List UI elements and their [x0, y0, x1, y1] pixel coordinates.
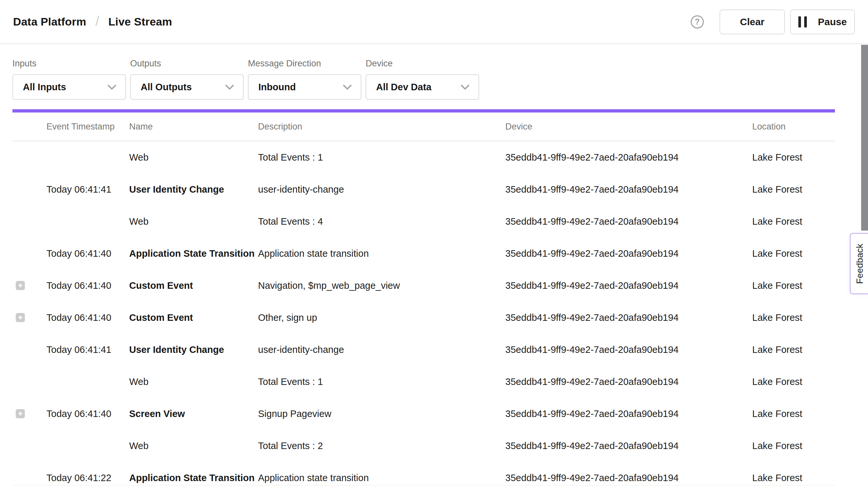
- event-description-cell: user-identity-change: [258, 184, 505, 195]
- event-timestamp-cell: Today 06:41:41: [46, 344, 129, 355]
- feedback-tab-label: Feedback: [855, 244, 865, 284]
- table-row[interactable]: + Today 06:41:41 User Identity Change us…: [12, 173, 835, 205]
- vertical-scrollbar[interactable]: [861, 45, 868, 231]
- expand-row-icon[interactable]: +: [16, 281, 25, 290]
- event-location-cell: Lake Forest: [752, 441, 835, 451]
- column-header-description: Description: [258, 122, 505, 132]
- breadcrumb-section: Data Platform: [13, 16, 86, 28]
- event-location-cell: Lake Forest: [752, 312, 835, 323]
- event-name-cell: Web: [129, 441, 258, 451]
- event-name-cell: Web: [129, 216, 258, 227]
- device-dropdown[interactable]: All Dev Data: [366, 74, 479, 100]
- outputs-dropdown-value: All Outputs: [141, 82, 192, 93]
- filter-device: Device All Dev Data: [366, 59, 479, 100]
- expand-cell: +: [12, 313, 46, 322]
- table-body: + Web Total Events : 1 35eddb41-9ff9-49e…: [12, 141, 835, 486]
- pause-button[interactable]: Pause: [790, 9, 855, 34]
- expand-cell: +: [12, 345, 46, 354]
- event-device-cell: 35eddb41-9ff9-49e2-7aed-20afa90eb194: [505, 280, 752, 291]
- chevron-down-icon: [342, 84, 352, 90]
- event-location-cell: Lake Forest: [752, 473, 835, 483]
- expand-cell: +: [12, 409, 46, 418]
- event-name-cell: Custom Event: [129, 312, 258, 323]
- device-dropdown-value: All Dev Data: [376, 82, 431, 93]
- expand-cell: +: [12, 441, 46, 450]
- event-timestamp-cell: Today 06:41:40: [46, 312, 129, 323]
- event-description-cell: Total Events : 1: [258, 376, 505, 387]
- expand-cell: +: [12, 281, 46, 290]
- event-location-cell: Lake Forest: [752, 184, 835, 195]
- column-header-device: Device: [505, 122, 752, 132]
- clear-button[interactable]: Clear: [719, 9, 785, 34]
- filter-bar: Inputs All Inputs Outputs All Outputs Me…: [0, 59, 868, 100]
- event-device-cell: 35eddb41-9ff9-49e2-7aed-20afa90eb194: [505, 441, 752, 451]
- expand-row-icon[interactable]: +: [16, 409, 25, 418]
- outputs-dropdown[interactable]: All Outputs: [130, 74, 244, 100]
- chevron-down-icon: [225, 84, 235, 90]
- header-actions: ? Clear Pause: [691, 9, 855, 34]
- table-row[interactable]: + Web Total Events : 1 35eddb41-9ff9-49e…: [12, 141, 835, 173]
- event-stream-table: Event Timestamp Name Description Device …: [12, 113, 835, 486]
- event-location-cell: Lake Forest: [752, 280, 835, 291]
- breadcrumb-separator-icon: /: [95, 13, 99, 29]
- event-name-cell: Application State Transition: [129, 473, 258, 483]
- event-name-cell: User Identity Change: [129, 344, 258, 355]
- event-timestamp-cell: Today 06:41:22: [46, 473, 129, 483]
- expand-cell: +: [12, 185, 46, 194]
- event-location-cell: Lake Forest: [752, 376, 835, 387]
- table-row[interactable]: + Today 06:41:22 Application State Trans…: [12, 462, 835, 486]
- filter-inputs-label: Inputs: [12, 59, 126, 69]
- event-device-cell: 35eddb41-9ff9-49e2-7aed-20afa90eb194: [505, 376, 752, 387]
- event-name-cell: User Identity Change: [129, 184, 258, 195]
- expand-cell: +: [12, 249, 46, 258]
- table-row[interactable]: + Web Total Events : 1 35eddb41-9ff9-49e…: [12, 366, 835, 398]
- filter-message-direction-label: Message Direction: [248, 59, 362, 69]
- event-description-cell: Total Events : 4: [258, 216, 505, 227]
- event-device-cell: 35eddb41-9ff9-49e2-7aed-20afa90eb194: [505, 152, 752, 163]
- filter-device-label: Device: [366, 59, 479, 69]
- event-timestamp-cell: Today 06:41:40: [46, 408, 129, 419]
- filter-outputs-label: Outputs: [130, 59, 244, 69]
- table-row[interactable]: + Web Total Events : 4 35eddb41-9ff9-49e…: [12, 205, 835, 238]
- table-row[interactable]: + Today 06:41:40 Screen View Signup Page…: [12, 398, 835, 430]
- table-row[interactable]: + Web Total Events : 2 35eddb41-9ff9-49e…: [12, 430, 835, 462]
- column-header-event-timestamp: Event Timestamp: [46, 122, 129, 132]
- message-direction-dropdown[interactable]: Inbound: [248, 74, 362, 100]
- event-location-cell: Lake Forest: [752, 408, 835, 419]
- expand-row-icon[interactable]: +: [16, 313, 25, 322]
- page-title: Live Stream: [108, 16, 172, 28]
- inputs-dropdown[interactable]: All Inputs: [12, 74, 126, 100]
- event-timestamp-cell: Today 06:41:40: [46, 280, 129, 291]
- expand-cell: +: [12, 377, 46, 386]
- feedback-tab[interactable]: Feedback: [850, 233, 868, 294]
- message-direction-dropdown-value: Inbound: [258, 82, 296, 93]
- event-description-cell: Total Events : 1: [258, 152, 505, 163]
- event-location-cell: Lake Forest: [752, 344, 835, 355]
- event-device-cell: 35eddb41-9ff9-49e2-7aed-20afa90eb194: [505, 216, 752, 227]
- table-row[interactable]: + Today 06:41:40 Custom Event Navigation…: [12, 270, 835, 302]
- event-name-cell: Web: [129, 152, 258, 163]
- filter-outputs: Outputs All Outputs: [130, 59, 244, 100]
- expand-cell: +: [12, 473, 46, 482]
- chevron-down-icon: [107, 84, 117, 90]
- help-icon[interactable]: ?: [691, 16, 704, 28]
- pause-button-label: Pause: [818, 17, 847, 28]
- event-description-cell: Application state transition: [258, 248, 505, 259]
- filter-inputs: Inputs All Inputs: [12, 59, 126, 100]
- event-device-cell: 35eddb41-9ff9-49e2-7aed-20afa90eb194: [505, 408, 752, 419]
- table-row[interactable]: + Today 06:41:41 User Identity Change us…: [12, 334, 835, 366]
- event-description-cell: Total Events : 2: [258, 441, 505, 451]
- table-row[interactable]: + Today 06:41:40 Application State Trans…: [12, 238, 835, 270]
- event-location-cell: Lake Forest: [752, 152, 835, 163]
- live-stream-page: Data Platform / Live Stream ? Clear Paus…: [0, 0, 868, 486]
- event-description-cell: Navigation, $mp_web_page_view: [258, 280, 505, 291]
- row-divider: [12, 485, 835, 485]
- event-device-cell: 35eddb41-9ff9-49e2-7aed-20afa90eb194: [505, 312, 752, 323]
- event-name-cell: Screen View: [129, 408, 258, 419]
- event-name-cell: Application State Transition: [129, 248, 258, 259]
- breadcrumb: Data Platform / Live Stream: [13, 14, 172, 30]
- table-row[interactable]: + Today 06:41:40 Custom Event Other, sig…: [12, 302, 835, 334]
- event-description-cell: Other, sign up: [258, 312, 505, 323]
- column-header-location: Location: [752, 122, 835, 132]
- inputs-dropdown-value: All Inputs: [23, 82, 66, 93]
